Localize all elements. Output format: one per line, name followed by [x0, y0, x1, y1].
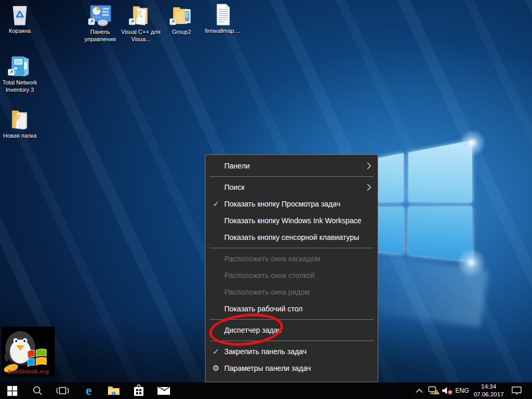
open-folder-icon [8, 108, 32, 131]
tray-network-button[interactable] [427, 382, 441, 399]
language-label: ENG [455, 387, 469, 394]
light-flare [457, 248, 486, 277]
desktop-icon-recycle-bin[interactable]: Корзина [0, 3, 42, 35]
menu-separator [210, 248, 373, 248]
mail-button[interactable] [153, 382, 174, 399]
menu-item-show-ink-workspace[interactable]: Показать кнопку Windows Ink Workspace [205, 212, 378, 229]
desktop-icon-visual-cpp[interactable]: Visual C++ для Visua... [118, 4, 163, 43]
search-icon [32, 385, 43, 396]
menu-item-stack-windows: Расположить окна стопкой [205, 267, 378, 284]
menu-item-search[interactable]: Поиск [205, 179, 378, 196]
file-explorer-icon [107, 385, 120, 396]
desktop-icon-control-panel[interactable]: Панель управления [78, 4, 123, 43]
task-view-icon [56, 386, 69, 395]
desktop-icon-new-folder[interactable]: Новая папка [0, 108, 42, 140]
desktop-icon-label: Новая папка [3, 132, 37, 140]
checkmark-icon: ✓ [210, 347, 222, 356]
light-flare [459, 129, 486, 156]
svg-text:e: e [86, 384, 92, 397]
desktop: Корзина Панель управления [0, 0, 532, 399]
shortcut-arrow-badge [170, 18, 176, 27]
desktop-icon-label: Visual C++ для Visua... [119, 29, 163, 43]
desktop-icon-label: Total Network Inventory 3 [0, 79, 42, 94]
menu-item-side-by-side-windows: Расположить окна рядом [205, 284, 378, 300]
desktop-icon-label: Group2 [172, 29, 191, 36]
folder-with-files-icon [170, 4, 194, 27]
desktop-icon-firewallmap[interactable]: firewallmap.... [200, 3, 245, 35]
date-label: 07.06.2017 [474, 391, 504, 398]
time-label: 14:34 [481, 383, 497, 391]
checkmark-icon: ✓ [210, 199, 222, 209]
pyatilistnik-watermark: pyatilistnik.org [2, 327, 55, 377]
action-center-button[interactable] [507, 382, 526, 399]
text-document-icon [211, 3, 235, 26]
menu-item-show-touch-keyboard[interactable]: Показать кнопку сенсорной клавиатуры [205, 229, 378, 246]
menu-item-taskbar-settings[interactable]: ⚙ Параметры панели задач [205, 360, 378, 377]
desktop-icon-label: Корзина [9, 28, 31, 35]
edge-icon: e [82, 384, 95, 397]
file-explorer-button[interactable] [103, 382, 124, 399]
menu-item-toolbars[interactable]: Панели [205, 158, 378, 174]
start-button[interactable] [2, 382, 22, 399]
submenu-chevron-icon [367, 162, 371, 171]
mail-icon [157, 386, 171, 395]
network-inventory-icon [8, 55, 32, 78]
gear-icon: ⚙ [210, 364, 222, 373]
edge-button[interactable]: e [78, 382, 99, 399]
menu-item-cascade-windows: Расположить окна каскадом [205, 250, 378, 267]
network-warning-icon [428, 386, 440, 395]
store-button[interactable] [128, 382, 149, 399]
shortcut-arrow-badge [129, 18, 136, 27]
taskbar-context-menu: Панели Поиск ✓ Показать кнопку Просмотра… [205, 154, 378, 382]
store-icon [133, 384, 144, 397]
open-folder-icon [129, 4, 153, 27]
tray-language-indicator[interactable]: ENG [453, 382, 471, 399]
volume-muted-icon [442, 386, 453, 395]
menu-item-show-desktop[interactable]: Показать рабочий стол [205, 300, 378, 317]
control-panel-icon [88, 4, 112, 27]
shortcut-arrow-badge [8, 68, 15, 78]
search-button[interactable] [27, 382, 48, 399]
desktop-icon-group2[interactable]: Group2 [159, 4, 204, 36]
submenu-chevron-icon [367, 184, 371, 192]
tray-clock[interactable]: 14:34 07.06.2017 [470, 383, 507, 398]
desktop-icon-label: firewallmap.... [205, 28, 240, 35]
action-center-icon [511, 386, 522, 395]
windows-start-icon [7, 386, 17, 396]
menu-item-lock-taskbar[interactable]: ✓ Закрепить панель задач [205, 343, 378, 360]
task-view-button[interactable] [52, 382, 73, 399]
taskbar: e [0, 382, 532, 399]
chevron-up-icon [416, 389, 423, 393]
shortcut-arrow-badge [88, 18, 95, 27]
watermark-text: pyatilistnik.org [8, 368, 49, 374]
tray-chevron-up-button[interactable] [411, 382, 428, 399]
menu-separator [210, 176, 373, 177]
menu-item-show-task-view[interactable]: ✓ Показать кнопку Просмотра задач [205, 196, 378, 212]
desktop-icon-total-network-inventory[interactable]: Total Network Inventory 3 [0, 55, 42, 94]
recycle-bin-icon [8, 3, 32, 26]
desktop-icon-label: Панель управления [78, 29, 122, 43]
